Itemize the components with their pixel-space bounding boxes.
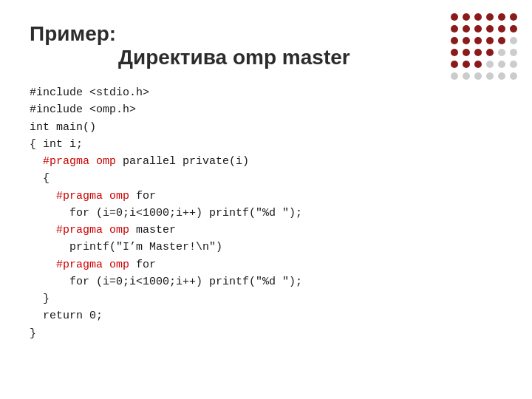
dot <box>451 37 458 44</box>
dot <box>474 61 482 68</box>
dot <box>463 13 470 21</box>
code-line: #pragma omp for <box>30 188 502 205</box>
dot <box>510 72 517 80</box>
code-line: return 0; <box>30 307 502 324</box>
dot <box>486 61 494 68</box>
dot <box>486 72 494 80</box>
dot <box>463 61 470 68</box>
code-line: } <box>30 290 502 307</box>
dot <box>463 25 470 33</box>
dot <box>463 37 470 44</box>
pragma-keyword: #pragma omp <box>43 155 116 168</box>
code-line: { int i; <box>30 136 502 153</box>
dot <box>498 25 505 33</box>
dot <box>498 37 505 44</box>
code-line: #pragma omp master <box>30 222 502 239</box>
pragma-keyword: #pragma omp <box>56 190 129 202</box>
dot <box>474 37 482 44</box>
dot <box>463 72 470 80</box>
code-line: #include <stdio.h> <box>30 84 502 101</box>
dot <box>451 49 458 56</box>
title-area: Пример: Директива omp master <box>30 22 502 69</box>
code-block: #include <stdio.h>#include <omp.h>int ma… <box>30 84 502 342</box>
dot <box>451 25 458 33</box>
code-line: int main() <box>30 119 502 136</box>
dot <box>486 25 494 33</box>
dot <box>498 72 505 80</box>
dot <box>474 49 482 56</box>
code-line: #pragma omp for <box>30 256 502 273</box>
dot <box>486 13 494 21</box>
code-line: #pragma omp parallel private(i) <box>30 153 502 170</box>
code-line: { <box>30 170 502 187</box>
dot-grid-decoration <box>451 13 519 81</box>
pragma-keyword: #pragma omp <box>56 259 129 271</box>
code-line: for (i=0;i<1000;i++) printf("%d "); <box>30 273 502 290</box>
dot <box>510 25 517 33</box>
dot <box>474 25 482 33</box>
dot <box>510 49 517 56</box>
dot <box>510 37 517 44</box>
slide: Пример: Директива omp master #include <s… <box>0 0 532 399</box>
dot <box>451 61 458 68</box>
dot <box>474 13 482 21</box>
code-line: #include <omp.h> <box>30 101 502 118</box>
dot <box>498 49 505 56</box>
pragma-keyword: #pragma omp <box>56 224 129 236</box>
dot <box>486 37 494 44</box>
dot <box>498 13 505 21</box>
dot <box>510 13 517 21</box>
code-line: } <box>30 325 502 342</box>
code-line: for (i=0;i<1000;i++) printf("%d "); <box>30 205 502 222</box>
dot <box>510 61 517 68</box>
dot <box>474 72 482 80</box>
dot <box>486 49 494 56</box>
title-line2: Директива omp master <box>118 46 502 69</box>
code-line: printf("I’m Master!\n") <box>30 239 502 256</box>
title-line1: Пример: <box>30 22 502 46</box>
dot <box>463 49 470 56</box>
dot <box>498 61 505 68</box>
dot <box>451 13 458 21</box>
dot <box>451 72 458 80</box>
